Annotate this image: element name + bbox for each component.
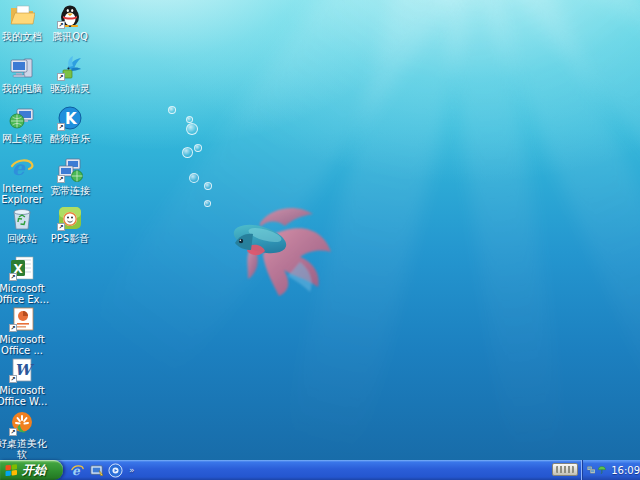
network-places-icon bbox=[9, 105, 35, 131]
windows-flag-icon bbox=[5, 464, 18, 477]
my-documents-icon bbox=[9, 3, 35, 29]
shortcut-arrow-icon: ↗ bbox=[9, 273, 17, 281]
bubble bbox=[189, 173, 199, 183]
desktop-icon-label: Microsoft Office Ex... bbox=[0, 283, 50, 305]
desktop-icon-haozhuodao[interactable]: ↗ 好桌道美化软 件 bbox=[0, 410, 50, 460]
driver-genie-bird-icon: ↗ bbox=[57, 55, 83, 81]
shortcut-arrow-icon: ↗ bbox=[57, 123, 65, 131]
desktop-icon-label: PPS影音 bbox=[42, 233, 98, 244]
desktop-icon-label: Microsoft Office W... bbox=[0, 385, 50, 407]
shortcut-arrow-icon: ↗ bbox=[9, 375, 17, 383]
word-icon: W ↗ bbox=[9, 357, 35, 383]
desktop-icon-label: 酷狗音乐 bbox=[42, 133, 98, 144]
language-keyboard-icon[interactable] bbox=[552, 463, 578, 476]
desktop-icon-label: Microsoft Office ... bbox=[0, 334, 50, 356]
qq-penguin-icon: ↗ bbox=[57, 3, 83, 29]
broadband-connection-icon: ↗ bbox=[57, 157, 83, 183]
desktop-icon-label: 腾讯QQ bbox=[42, 31, 98, 42]
quicklaunch-media-player-icon[interactable] bbox=[108, 463, 123, 478]
desktop-icon-kugou-music[interactable]: K ↗ 酷狗音乐 bbox=[42, 105, 98, 144]
bubble bbox=[168, 106, 176, 114]
bubble bbox=[204, 182, 212, 190]
desktop-icon-label: 宽带连接 bbox=[42, 185, 98, 196]
internet-explorer-icon: e bbox=[9, 155, 35, 181]
svg-text:K: K bbox=[65, 110, 78, 128]
shortcut-arrow-icon: ↗ bbox=[57, 175, 65, 183]
quick-launch-bar: e » bbox=[70, 462, 135, 478]
excel-icon: X ↗ bbox=[9, 255, 35, 281]
desktop-icon-driver-genie[interactable]: ↗ 驱动精灵 bbox=[42, 55, 98, 94]
desktop-icon-office-powerpoint[interactable]: ↗ Microsoft Office ... bbox=[0, 306, 50, 356]
desktop-icon-label: 驱动精灵 bbox=[42, 83, 98, 94]
shortcut-arrow-icon: ↗ bbox=[57, 73, 65, 81]
system-tray: 16:09 bbox=[581, 460, 640, 480]
desktop-icon-office-word[interactable]: W ↗ Microsoft Office W... bbox=[0, 357, 50, 407]
network-status-tray-icon[interactable] bbox=[587, 464, 595, 476]
shortcut-arrow-icon: ↗ bbox=[57, 21, 65, 29]
bubble bbox=[194, 144, 202, 152]
shortcut-arrow-icon: ↗ bbox=[57, 223, 65, 231]
my-computer-icon bbox=[9, 55, 35, 81]
shortcut-arrow-icon: ↗ bbox=[9, 324, 17, 332]
start-button[interactable]: 开始 bbox=[0, 460, 63, 480]
quicklaunch-internet-explorer-icon[interactable]: e bbox=[70, 463, 85, 478]
svg-text:W: W bbox=[15, 361, 35, 379]
haozhuodao-icon: ↗ bbox=[9, 410, 35, 436]
antivirus-tray-icon[interactable] bbox=[598, 464, 606, 476]
desktop-icon-broadband-connection[interactable]: ↗ 宽带连接 bbox=[42, 157, 98, 196]
bubble bbox=[186, 116, 193, 123]
quicklaunch-show-desktop-icon[interactable] bbox=[89, 463, 104, 478]
bubble bbox=[186, 123, 198, 135]
desktop-icon-pps-video[interactable]: ↗ PPS影音 bbox=[42, 205, 98, 244]
betta-fish-image bbox=[212, 192, 342, 297]
kugou-k-icon: K ↗ bbox=[57, 105, 83, 131]
shortcut-arrow-icon: ↗ bbox=[9, 428, 17, 436]
desktop-wallpaper: 我的文档 我的电脑 网上邻居 e Internet Explorer 回收站 X… bbox=[0, 0, 640, 460]
powerpoint-icon: ↗ bbox=[9, 306, 35, 332]
desktop-icon-tencent-qq[interactable]: ↗ 腾讯QQ bbox=[42, 3, 98, 42]
desktop-icon-label: 好桌道美化软 件 bbox=[0, 438, 50, 460]
recycle-bin-icon bbox=[9, 205, 35, 231]
desktop-icon-office-excel[interactable]: X ↗ Microsoft Office Ex... bbox=[0, 255, 50, 305]
start-button-label: 开始 bbox=[22, 462, 46, 479]
quicklaunch-overflow-chevron[interactable]: » bbox=[129, 465, 135, 475]
tray-clock[interactable]: 16:09 bbox=[611, 465, 640, 476]
bubble bbox=[182, 147, 193, 158]
bubble bbox=[204, 200, 211, 207]
pps-icon: ↗ bbox=[57, 205, 83, 231]
taskbar: 开始 e » 16:09 bbox=[0, 460, 640, 480]
